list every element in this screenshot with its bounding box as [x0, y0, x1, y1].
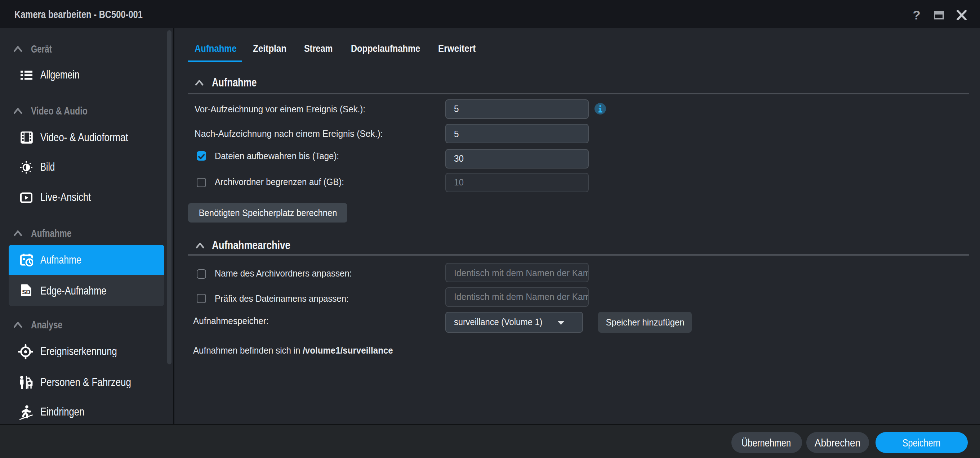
svg-text:SD: SD [22, 288, 30, 295]
